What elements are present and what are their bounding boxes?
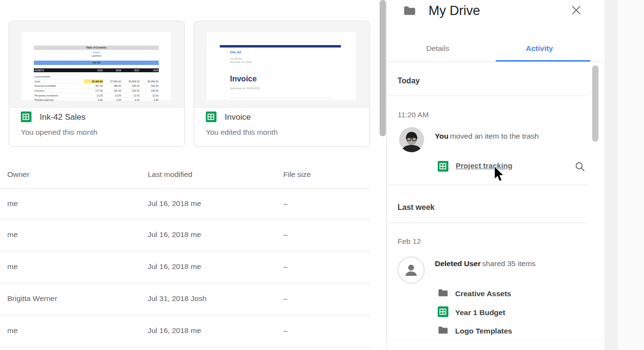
event-action: moved an item to the trash xyxy=(450,132,539,140)
sheet-cell: 2.00 xyxy=(140,97,159,102)
close-icon[interactable] xyxy=(570,4,583,17)
sheet-cell xyxy=(103,75,122,79)
search-icon[interactable] xyxy=(575,161,585,172)
cell-last-modified: Jul 31, 2018 Josh xyxy=(148,294,207,303)
folder-icon xyxy=(438,326,448,336)
card-title: Ink-42 Sales xyxy=(40,112,86,123)
sheet-cell: 296.00 xyxy=(103,84,122,89)
column-header-owner: Owner xyxy=(7,170,30,179)
invoice-page: Ink-42 111 8th Ave New York, NY 10011 In… xyxy=(207,32,356,100)
event-file-row: Project tracking xyxy=(438,160,588,173)
deleted-user-avatar xyxy=(398,256,425,284)
invoice-company: Ink-42 xyxy=(230,50,241,54)
card-title: Invoice xyxy=(225,112,251,123)
sheet-cell: Cash xyxy=(34,79,84,84)
panel-scrollbar[interactable] xyxy=(592,65,598,142)
invoice-divider xyxy=(230,98,332,98)
sheet-toc-link-liabilities: Liabilities xyxy=(34,54,159,58)
sheet-banner: Ink-42 xyxy=(34,61,159,65)
mouse-cursor-icon xyxy=(493,166,505,185)
file-row[interactable]: me Jul 16, 2018 me – xyxy=(0,316,371,347)
cell-last-modified: Jul 16, 2018 me xyxy=(148,262,201,271)
activity-event-text: Deleted Usershared 35 items xyxy=(435,259,536,268)
cell-last-modified: Jul 16, 2018 me xyxy=(148,199,201,208)
cell-last-modified: Jul 16, 2018 me xyxy=(148,230,201,239)
sheet-cell: 203.00 xyxy=(122,88,140,93)
section-header-today: Today xyxy=(398,77,420,85)
sheet-cell: 191.00 xyxy=(103,88,122,93)
shared-item-label: Logo Templates xyxy=(455,327,512,335)
column-header-file-size: File size xyxy=(283,170,311,179)
sheet-cell: 12.00 xyxy=(122,93,140,98)
sheet-cell: Inventory xyxy=(34,88,84,93)
shared-item-label: Year 1 Budget xyxy=(455,308,505,317)
file-row[interactable]: me Jul 16, 2018 me – xyxy=(0,252,371,283)
event-date: Feb 12 xyxy=(398,237,421,246)
panel-title: My Drive xyxy=(429,3,480,18)
sheet-header-row: ASSETS 2015 2016 2017 2018 xyxy=(34,68,159,72)
spreadsheet-thumbnail: Table of Contents Assets Liabilities Ink… xyxy=(9,21,184,108)
section-header-last-week: Last week xyxy=(398,203,434,212)
sheet-cell xyxy=(84,75,103,79)
invoice-doc-title: Invoice xyxy=(230,75,257,83)
activity-event-text: Youmoved an item to the trash xyxy=(435,132,539,141)
sheets-file-icon xyxy=(206,111,216,122)
cell-owner: me xyxy=(7,326,18,335)
spreadsheet-page: Table of Contents Assets Liabilities Ink… xyxy=(22,32,171,100)
sheet-cell: 2.00 xyxy=(122,97,140,102)
sheet-cell xyxy=(140,75,159,79)
quick-access-card-ink42-sales[interactable]: Table of Contents Assets Liabilities Ink… xyxy=(9,21,185,147)
shared-item-logo-templates[interactable]: Logo Templates xyxy=(438,325,512,337)
sheet-header-cell: ASSETS xyxy=(34,68,84,72)
event-actor: Deleted User xyxy=(435,259,481,268)
sheet-cell-highlighted: 35,456.00 xyxy=(84,79,103,84)
sheet-cell: 177.00 xyxy=(84,88,103,93)
sheets-file-icon xyxy=(438,161,448,174)
main-scrollbar[interactable] xyxy=(380,0,386,136)
column-header-last-modified: Last modified xyxy=(148,170,192,179)
sheet-toc-bar: Table of Contents xyxy=(34,46,159,50)
invoice-submitted: Submitted on 01/26/2015 xyxy=(230,87,260,90)
cell-file-size: – xyxy=(283,326,288,335)
tabbar-divider xyxy=(387,62,604,62)
sheets-file-icon xyxy=(438,306,448,319)
sheet-cell: Current Assets xyxy=(34,75,84,79)
cell-owner: me xyxy=(7,199,18,208)
sheet-cell: 367.00 xyxy=(84,84,103,89)
sheet-cell: 2.00 xyxy=(103,97,122,102)
invoice-header-rule xyxy=(220,45,341,48)
row-divider xyxy=(0,347,371,348)
tab-details[interactable]: Details xyxy=(387,43,489,62)
sheet-data-rows: Current Assets Cash 35,456.00 57,654.00 … xyxy=(34,75,159,103)
event-action: shared 35 items xyxy=(482,259,536,268)
sheet-header-cell: 2018 xyxy=(140,68,159,72)
sheet-header-cell: 2017 xyxy=(122,68,140,72)
sheet-cell: Temporary investment xyxy=(34,93,84,98)
panel-bottom-divider xyxy=(387,340,604,340)
sheets-file-icon xyxy=(21,111,31,122)
invoice-thumbnail: Ink-42 111 8th Ave New York, NY 10011 In… xyxy=(194,21,369,108)
file-row[interactable]: Brigitta Werner Jul 31, 2018 Josh – xyxy=(0,284,371,315)
cell-owner: Brigitta Werner xyxy=(7,294,57,303)
file-row[interactable]: me Jul 16, 2018 me – xyxy=(0,220,371,251)
cell-file-size: – xyxy=(283,294,288,303)
google-drive-app: Table of Contents Assets Liabilities Ink… xyxy=(0,0,644,350)
user-avatar-photo xyxy=(399,127,424,152)
sheet-cell: 57,654.00 xyxy=(103,79,122,84)
file-row[interactable]: me Jul 16, 2018 me – xyxy=(0,189,371,220)
tab-activity[interactable]: Activity xyxy=(489,43,590,62)
sheet-cell: Prepaid expenses xyxy=(34,97,84,102)
sheet-cell: 205.00 xyxy=(140,88,159,93)
section-divider xyxy=(388,185,587,185)
sheet-cell xyxy=(122,75,140,79)
cell-last-modified: Jul 16, 2018 me xyxy=(148,326,201,335)
shared-item-creative-assets[interactable]: Creative Assets xyxy=(438,288,511,300)
sheet-cell: 12.00 xyxy=(84,93,103,98)
invoice-address-line1: 111 8th Ave xyxy=(230,57,243,60)
shared-item-year-1-budget[interactable]: Year 1 Budget xyxy=(438,307,505,318)
folder-icon xyxy=(403,5,416,18)
sheet-cell: 432.00 xyxy=(140,84,159,89)
quick-access-card-invoice[interactable]: Ink-42 111 8th Ave New York, NY 10011 In… xyxy=(194,21,370,147)
sheet-toc-link-assets: Assets xyxy=(34,51,159,54)
sheet-cell: 426.00 xyxy=(122,84,140,89)
